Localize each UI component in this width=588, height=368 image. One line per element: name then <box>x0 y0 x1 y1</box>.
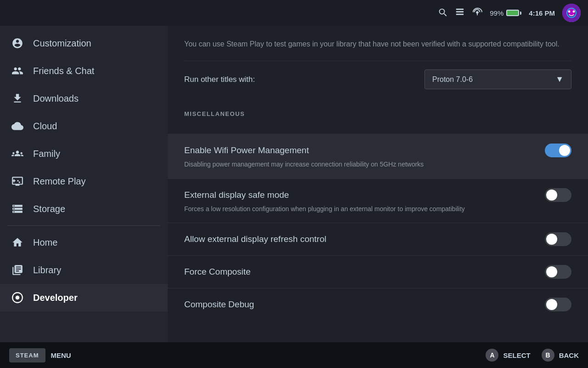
sidebar-label-downloads: Downloads <box>33 93 79 104</box>
search-icon[interactable] <box>437 7 447 19</box>
sidebar-label-home: Home <box>33 237 57 248</box>
bottombar: STEAM MENU A SELECT B BACK <box>0 342 588 368</box>
tasks-icon[interactable] <box>455 7 465 19</box>
battery-percent: 99% <box>490 9 503 17</box>
composite-debug-toggle[interactable] <box>545 298 571 311</box>
external-display-safe-label: External display safe mode <box>184 190 289 200</box>
developer-icon <box>11 291 24 304</box>
back-action: B BACK <box>542 349 579 362</box>
steam-label: STEAM <box>16 352 39 359</box>
sidebar-item-customization[interactable]: Customization <box>0 29 168 57</box>
dropdown-arrow-icon: ▼ <box>555 75 564 84</box>
allow-refresh-label: Allow external display refresh control <box>184 234 326 244</box>
svg-rect-2 <box>456 13 464 15</box>
remote-play-icon <box>11 175 24 188</box>
sidebar-label-remote-play: Remote Play <box>33 176 86 187</box>
miscellaneous-header: MISCELLANEOUS <box>184 110 571 117</box>
a-button: A <box>486 349 498 362</box>
external-display-safe-toggle[interactable] <box>545 188 571 202</box>
run-other-titles-row: Run other titles with: Proton 7.0-6 ▼ <box>184 61 571 98</box>
toggle-row-force-composite: Force Composite <box>168 255 588 288</box>
force-composite-toggle[interactable] <box>545 265 571 279</box>
steam-button[interactable]: STEAM <box>9 348 45 362</box>
sidebar-item-home[interactable]: Home <box>0 229 168 256</box>
sidebar-item-family[interactable]: Family <box>0 140 168 167</box>
compat-description: You can use Steam Play to test games in … <box>184 39 571 50</box>
sidebar-label-storage: Storage <box>33 204 65 214</box>
toggle-row-wifi-power: Enable Wifi Power Management Disabling p… <box>168 134 588 178</box>
sidebar-divider <box>7 225 160 226</box>
sidebar-label-developer: Developer <box>33 293 78 303</box>
toggle-row-external-display-safe: External display safe mode Forces a low … <box>168 178 588 223</box>
svg-point-3 <box>476 12 478 13</box>
family-icon <box>11 147 24 160</box>
home-icon <box>11 236 24 249</box>
external-display-safe-desc: Forces a low resolution configuration wh… <box>184 205 571 214</box>
toggle-row-allow-refresh: Allow external display refresh control <box>168 223 588 255</box>
svg-rect-1 <box>456 11 464 12</box>
menu-label: MENU <box>51 351 71 359</box>
composite-debug-label: Composite Debug <box>184 299 254 310</box>
sidebar-item-library[interactable]: Library <box>0 256 168 284</box>
clock: 4:16 PM <box>529 9 555 17</box>
wifi-power-desc: Disabling power management may increase … <box>184 160 571 169</box>
battery-indicator: 99% <box>490 9 521 17</box>
cloud-icon <box>11 120 24 132</box>
main-layout: Customization Friends & Chat Downloads C… <box>0 26 588 342</box>
svg-point-11 <box>16 296 20 300</box>
customization-icon <box>11 37 24 50</box>
wifi-power-label: Enable Wifi Power Management <box>184 145 309 155</box>
avatar[interactable] <box>562 4 581 22</box>
content-inner: You can use Steam Play to test games in … <box>168 26 588 134</box>
sidebar-item-cloud[interactable]: Cloud <box>0 112 168 140</box>
wifi-power-toggle[interactable] <box>545 144 571 157</box>
content-area: You can use Steam Play to test games in … <box>168 26 588 342</box>
run-other-titles-label: Run other titles with: <box>184 75 255 84</box>
bottom-actions: A SELECT B BACK <box>486 349 579 362</box>
sidebar-item-storage[interactable]: Storage <box>0 195 168 223</box>
select-label: SELECT <box>503 351 530 359</box>
sidebar-label-family: Family <box>33 149 60 159</box>
library-icon <box>11 264 24 276</box>
svg-point-9 <box>573 11 575 13</box>
proton-version-value: Proton 7.0-6 <box>432 75 473 84</box>
broadcast-icon[interactable] <box>472 7 482 19</box>
sidebar-label-cloud: Cloud <box>33 121 57 132</box>
b-button: B <box>542 349 554 362</box>
svg-rect-0 <box>456 8 464 10</box>
proton-version-select[interactable]: Proton 7.0-6 ▼ <box>424 69 571 89</box>
select-action: A SELECT <box>486 349 530 362</box>
back-label: BACK <box>559 351 579 359</box>
sidebar-label-friends-chat: Friends & Chat <box>33 66 94 76</box>
downloads-icon <box>11 92 24 105</box>
sidebar-item-downloads[interactable]: Downloads <box>0 85 168 112</box>
force-composite-label: Force Composite <box>184 267 251 277</box>
storage-icon <box>11 202 24 215</box>
toggle-row-composite-debug: Composite Debug <box>168 288 588 321</box>
allow-refresh-toggle[interactable] <box>545 232 571 246</box>
sidebar-item-friends-chat[interactable]: Friends & Chat <box>0 57 168 85</box>
friends-icon <box>11 64 24 77</box>
sidebar-item-remote-play[interactable]: Remote Play <box>0 167 168 195</box>
sidebar: Customization Friends & Chat Downloads C… <box>0 26 168 342</box>
svg-point-8 <box>568 11 571 13</box>
sidebar-item-developer[interactable]: Developer <box>0 284 168 311</box>
topbar: 99% 4:16 PM <box>0 0 588 26</box>
sidebar-label-customization: Customization <box>33 38 91 49</box>
sidebar-label-library: Library <box>33 265 61 276</box>
toggle-section: Enable Wifi Power Management Disabling p… <box>168 134 588 321</box>
